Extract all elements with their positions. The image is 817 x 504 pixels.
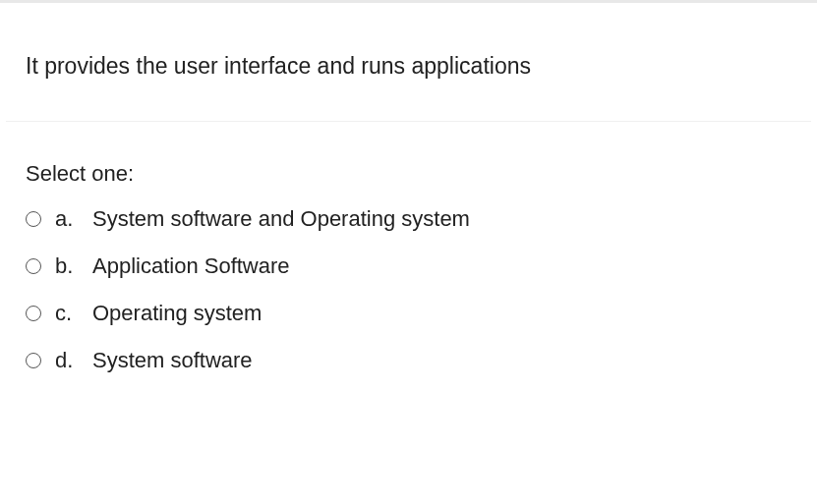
option-d[interactable]: d. System software — [26, 348, 791, 373]
option-text: System software and Operating system — [92, 206, 470, 232]
option-letter: d. — [55, 348, 79, 373]
select-one-label: Select one: — [26, 161, 791, 187]
option-b[interactable]: b. Application Software — [26, 253, 791, 279]
options-list: a. System software and Operating system … — [26, 206, 791, 373]
radio-icon[interactable] — [26, 258, 41, 274]
option-text: Operating system — [92, 301, 262, 326]
question-text: It provides the user interface and runs … — [26, 50, 791, 82]
question-section: It provides the user interface and runs … — [0, 3, 817, 121]
option-a[interactable]: a. System software and Operating system — [26, 206, 791, 232]
radio-icon[interactable] — [26, 306, 41, 321]
option-text: Application Software — [92, 253, 290, 279]
option-letter: c. — [55, 301, 79, 326]
option-letter: b. — [55, 253, 79, 279]
answer-section: Select one: a. System software and Opera… — [0, 122, 817, 373]
option-letter: a. — [55, 206, 79, 232]
option-text: System software — [92, 348, 253, 373]
radio-icon[interactable] — [26, 353, 41, 368]
radio-icon[interactable] — [26, 211, 41, 227]
option-c[interactable]: c. Operating system — [26, 301, 791, 326]
